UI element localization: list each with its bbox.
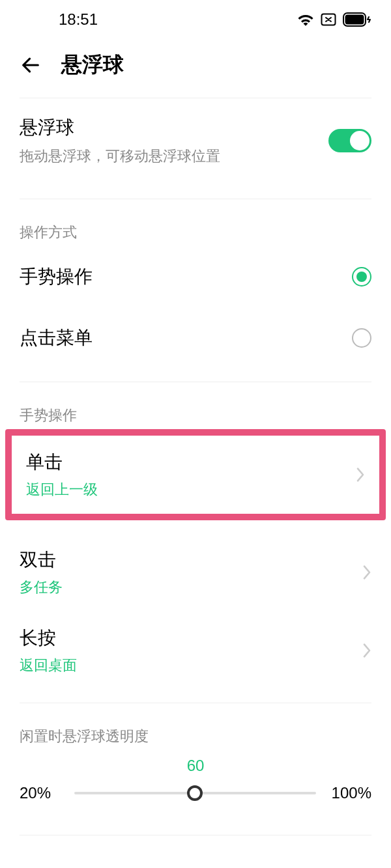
- screenshot-icon: [321, 13, 336, 26]
- header: 悬浮球: [0, 39, 391, 98]
- status-icons: [297, 12, 371, 27]
- radio-label: 手势操作: [20, 264, 93, 289]
- status-time: 18:51: [59, 10, 98, 29]
- setting-sub: 拖动悬浮球，可移动悬浮球位置: [20, 147, 220, 166]
- setting-floating-ball[interactable]: 悬浮球 拖动悬浮球，可移动悬浮球位置: [0, 98, 391, 186]
- slider-max-label: 100%: [332, 784, 371, 802]
- slider-min-label: 20%: [20, 784, 59, 802]
- highlight-box: 单击 返回上一级: [5, 429, 386, 520]
- chevron-right-icon: [356, 467, 365, 483]
- section-label-gesture: 手势操作: [0, 382, 391, 429]
- radio-indicator[interactable]: [352, 267, 371, 287]
- nav-value: 多任务: [20, 578, 63, 597]
- nav-value: 返回桌面: [20, 656, 77, 675]
- slider-thumb[interactable]: [187, 785, 203, 801]
- opacity-slider-block: 60 20% 100%: [0, 750, 391, 822]
- nav-label: 单击: [26, 450, 98, 475]
- status-bar: 18:51: [0, 0, 391, 39]
- chevron-right-icon: [362, 565, 371, 580]
- nav-label: 双击: [20, 548, 63, 572]
- section-label-operation: 操作方式: [0, 199, 391, 246]
- radio-label: 点击菜单: [20, 326, 93, 350]
- setting-title: 悬浮球: [20, 115, 220, 140]
- setting-auto-hide[interactable]: 全屏界面下自动隐藏 隐藏后可从界面顶端下拉再次显示悬浮球。: [0, 848, 391, 868]
- setting-title: 全屏界面下自动隐藏: [20, 865, 292, 868]
- nav-double-tap[interactable]: 双击 多任务: [0, 533, 391, 611]
- svg-rect-2: [345, 15, 364, 25]
- nav-single-tap[interactable]: 单击 返回上一级: [12, 436, 379, 514]
- nav-label: 长按: [20, 626, 77, 651]
- battery-icon: [343, 12, 371, 27]
- toggle-switch[interactable]: [328, 129, 371, 152]
- page-title: 悬浮球: [61, 51, 124, 79]
- back-icon[interactable]: [20, 54, 42, 76]
- nav-long-press[interactable]: 长按 返回桌面: [0, 611, 391, 690]
- chevron-right-icon: [362, 643, 371, 658]
- radio-menu[interactable]: 点击菜单: [0, 307, 391, 369]
- slider-track[interactable]: [74, 792, 316, 794]
- section-label-opacity: 闲置时悬浮球透明度: [0, 703, 391, 750]
- wifi-icon: [297, 13, 314, 26]
- radio-gesture[interactable]: 手势操作: [0, 246, 391, 307]
- nav-value: 返回上一级: [26, 480, 98, 499]
- radio-indicator[interactable]: [352, 328, 371, 348]
- slider-value: 60: [20, 757, 371, 775]
